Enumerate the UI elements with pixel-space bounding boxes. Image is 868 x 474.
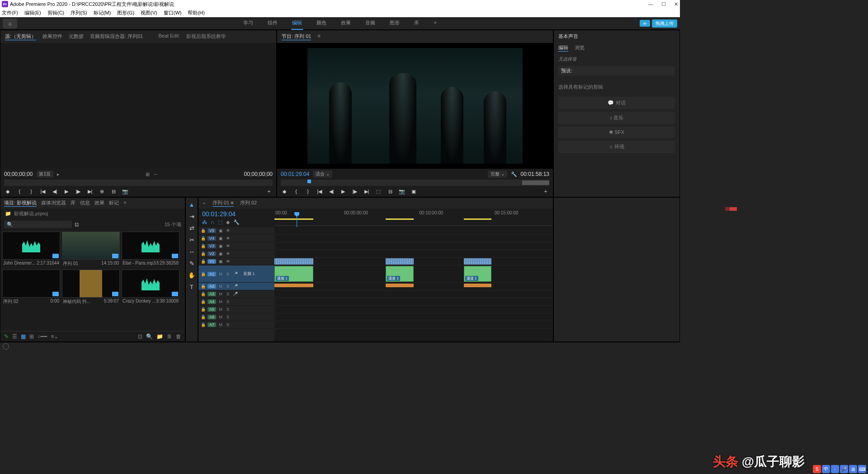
workspace-editing[interactable]: 编辑 xyxy=(291,17,303,30)
tab-effect-controls[interactable]: 效果控件 xyxy=(42,33,62,40)
export-frame-icon[interactable]: 📷 xyxy=(122,188,129,195)
menu-marker[interactable]: 标记(M) xyxy=(94,9,111,16)
type-tool-icon[interactable]: T xyxy=(188,283,196,291)
slip-tool-icon[interactable]: ↔ xyxy=(188,247,196,256)
menu-file[interactable]: 文件(F) xyxy=(2,9,18,16)
bin-item[interactable]: 序列 0114:15:00 xyxy=(62,232,120,268)
timeline-timecode[interactable]: 00:01:29:04 xyxy=(202,210,271,218)
track-v2[interactable]: 🔒V2▣👁 xyxy=(198,250,274,258)
home-button[interactable]: ⌂ xyxy=(3,19,17,28)
menu-edit[interactable]: 编辑(E) xyxy=(24,9,41,16)
timeline-tab-1[interactable]: 序列 01 ≡ xyxy=(212,199,234,207)
bracket-out-icon[interactable]: } xyxy=(28,188,35,195)
menu-sequence[interactable]: 序列(S) xyxy=(71,9,87,16)
track-v1[interactable]: 🔒V1▣👁 xyxy=(198,258,274,265)
mark-out-icon[interactable]: } xyxy=(304,188,311,195)
hand-tool-icon[interactable]: ✋ xyxy=(188,271,196,279)
tab-audio-mixer[interactable]: 音频剪辑混合器: 序列01 xyxy=(90,33,143,40)
sync-icon[interactable] xyxy=(3,343,9,350)
upload-button[interactable]: 拖拽上传 xyxy=(652,19,677,28)
audio-clip[interactable] xyxy=(274,284,313,287)
program-timecode[interactable]: 00:01:29:04 xyxy=(281,171,309,177)
tab-effects[interactable]: 效果 xyxy=(94,199,104,207)
step-back-icon[interactable]: ◀| xyxy=(328,188,335,195)
search-input[interactable] xyxy=(4,221,72,228)
source-timecode-in[interactable]: 00;00;00;00 xyxy=(4,171,33,177)
bin-item[interactable]: 神秘代码 抖...5:39:07 xyxy=(62,270,120,306)
mark-in-icon[interactable]: { xyxy=(292,188,300,195)
track-a4[interactable]: 🔒A4MS xyxy=(198,298,274,306)
step-fwd-icon[interactable]: |▶ xyxy=(351,188,359,195)
snap-icon[interactable]: ⁂ xyxy=(202,219,207,225)
tabs-more[interactable]: » xyxy=(123,199,126,207)
lift-icon[interactable]: ⬚ xyxy=(375,188,382,195)
track-area[interactable]: 通道 1 通道 1 通道 1 xyxy=(274,227,553,341)
wrench-icon[interactable]: 🔧 xyxy=(233,219,240,225)
tab-source[interactable]: 源:（无剪辑） xyxy=(5,33,36,40)
music-button[interactable]: ♪ 音乐 xyxy=(558,112,675,124)
new-item-icon[interactable]: 🗎 xyxy=(167,333,172,340)
bin-item[interactable]: Else - Paris.mp33:29:38268 xyxy=(122,232,179,268)
list-view-icon[interactable]: ☰ xyxy=(12,333,17,340)
menu-help[interactable]: 帮助(H) xyxy=(188,9,204,16)
program-fit[interactable]: 适合 ⌄ xyxy=(313,171,332,178)
workspace-more[interactable]: » xyxy=(433,17,437,30)
delete-icon[interactable]: 🗑 xyxy=(176,333,181,340)
track-v5[interactable]: 🔒V5▣👁 xyxy=(198,227,274,235)
sort-icon[interactable]: ≡⌄ xyxy=(51,333,58,340)
audio-clip[interactable]: 通道 1 xyxy=(386,266,414,282)
source-grid-icon[interactable]: ⊞ xyxy=(146,171,150,177)
menu-clip[interactable]: 剪辑(C) xyxy=(47,9,64,16)
overwrite-icon[interactable]: ⊟ xyxy=(110,188,117,195)
video-clip[interactable] xyxy=(464,258,492,265)
workspace-learn[interactable]: 学习 xyxy=(242,17,254,30)
ripple-tool-icon[interactable]: ⇄ xyxy=(188,224,196,232)
preset-dropdown[interactable]: 预设: xyxy=(558,66,675,76)
program-monitor[interactable] xyxy=(277,43,553,169)
export-frame-icon[interactable]: 📷 xyxy=(398,188,406,195)
video-clip[interactable] xyxy=(274,258,313,265)
play-icon[interactable]: ▶ xyxy=(340,188,347,195)
track-a6[interactable]: 🔒A6MS xyxy=(198,313,274,321)
ambience-button[interactable]: ♫ 环境 xyxy=(558,141,675,153)
track-a7[interactable]: 🔒A7MS xyxy=(198,321,274,329)
filter-bin-icon[interactable]: ⊡ xyxy=(75,222,79,228)
workspace-audio[interactable]: 音频 xyxy=(364,17,376,30)
bin-item[interactable]: 序列 020:00 xyxy=(2,270,60,306)
wrench-icon[interactable]: 🔧 xyxy=(511,171,517,177)
video-clip[interactable] xyxy=(386,258,414,265)
audio-clip[interactable] xyxy=(386,284,414,287)
selection-tool-icon[interactable]: ▲ xyxy=(188,200,196,209)
extract-icon[interactable]: ⊟ xyxy=(387,188,394,195)
audio-clip[interactable]: 通道 1 xyxy=(274,266,313,282)
tab-media-browser[interactable]: 媒体浏览器 xyxy=(41,199,66,207)
step-fwd-icon[interactable]: |▶ xyxy=(75,188,82,195)
tab-markers[interactable]: 标记 xyxy=(109,199,119,207)
track-select-tool-icon[interactable]: ⇥ xyxy=(188,212,196,220)
freeform-icon[interactable]: ⊞ xyxy=(29,333,34,340)
tab-project[interactable]: 项目: 影视解说 xyxy=(4,199,37,207)
project-bins[interactable]: John Dreamer...2:17:31644 序列 0114:15:00 … xyxy=(0,230,185,331)
audio-clip[interactable]: 通道 1 xyxy=(464,266,492,282)
workspace-assembly[interactable]: 组件 xyxy=(267,17,278,30)
workspace-libraries[interactable]: 库 xyxy=(413,17,420,30)
tab-info[interactable]: 信息 xyxy=(80,199,90,207)
track-a3[interactable]: 🔒A3MS🎤 xyxy=(198,290,274,298)
pen-icon[interactable]: ✎ xyxy=(4,333,9,340)
source-page[interactable]: 第1页 xyxy=(36,171,53,178)
program-scrubber[interactable] xyxy=(281,180,549,186)
add-button-icon[interactable]: + xyxy=(542,188,549,195)
goto-out-icon[interactable]: ▶| xyxy=(363,188,370,195)
marker-icon[interactable]: ⬚ xyxy=(218,219,222,225)
step-back-icon[interactable]: ◀| xyxy=(51,188,58,195)
icon-view-icon[interactable]: ▦ xyxy=(21,333,26,340)
settings-icon[interactable]: ◆ xyxy=(226,219,230,225)
workspace-effects[interactable]: 效果 xyxy=(340,17,352,30)
menu-view[interactable]: 视图(V) xyxy=(141,9,157,16)
estab-browse[interactable]: 浏览 xyxy=(575,44,585,52)
zoom-slider[interactable]: ○━━ xyxy=(38,333,47,340)
cloud-icon[interactable]: ∞ xyxy=(640,20,650,27)
source-scrubber[interactable] xyxy=(4,180,273,186)
pen-tool-icon[interactable]: ✎ xyxy=(188,259,196,267)
auto-sequence-icon[interactable]: ⊡ xyxy=(138,333,142,340)
